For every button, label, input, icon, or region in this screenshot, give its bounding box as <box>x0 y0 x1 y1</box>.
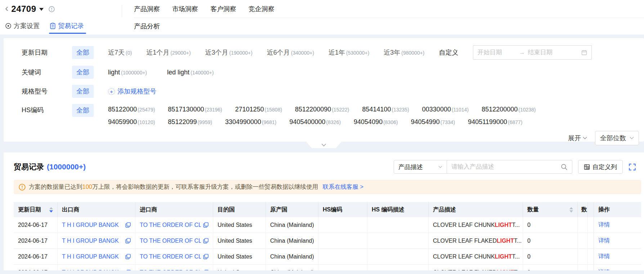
copy-icon[interactable] <box>203 238 209 243</box>
copy-icon[interactable] <box>203 222 209 228</box>
importer-link[interactable]: TO THE ORDER OF CL <box>140 222 201 228</box>
detail-link[interactable]: 详情 <box>598 237 610 245</box>
hs-code-option[interactable]: 00330000(11014) <box>422 106 469 113</box>
detail-link[interactable]: 详情 <box>598 269 610 270</box>
column-header[interactable]: HS 编码描述 <box>367 202 429 217</box>
hs-code-option[interactable]: 94051199000(6877) <box>468 118 522 126</box>
date-range-picker[interactable]: → <box>473 45 592 60</box>
start-date-input[interactable] <box>478 49 516 56</box>
exporter-link[interactable]: T H I GROUP BANGK <box>62 238 119 244</box>
info-icon[interactable] <box>49 6 55 12</box>
table-row: 2024-06-17 T H I GROUP BANGK TO THE ORDE… <box>14 233 641 249</box>
search-input[interactable] <box>451 163 561 170</box>
filter-all-chip[interactable]: 全部 <box>72 85 94 98</box>
exporter-link[interactable]: T H I GROUP BANGK <box>62 269 119 271</box>
hs-code-option[interactable]: 85122099(9959) <box>168 118 212 126</box>
nav-item[interactable]: 产品洞察 <box>134 5 160 13</box>
cell-origin: China (Mainland) <box>266 217 318 233</box>
search-field-select[interactable]: 产品描述 <box>394 160 447 174</box>
expand-toggle[interactable]: 展开 <box>568 134 587 142</box>
custom-columns-button[interactable]: 自定义列 <box>578 160 623 174</box>
cell-product-desc: CLOVER LEAF CHUNK LIGHT T... <box>429 249 523 264</box>
cell-hs-desc <box>367 249 429 264</box>
date-option[interactable]: 近7天(0) <box>108 48 132 57</box>
filter-all-chip[interactable]: 全部 <box>72 66 94 79</box>
filter-row-date: 更新日期 全部 近7天(0) 近1个月(29000+) 近3个月(190000+… <box>22 45 638 60</box>
plan-dropdown-caret-icon[interactable] <box>39 8 44 13</box>
copy-icon[interactable] <box>125 238 131 243</box>
chevron-down-icon <box>321 143 326 147</box>
sort-icon[interactable] <box>49 205 53 214</box>
importer-link[interactable]: TO THE ORDER OF CL <box>140 254 201 260</box>
search-icon[interactable] <box>561 164 568 170</box>
column-header[interactable]: HS编码 <box>318 202 367 217</box>
column-header[interactable]: 出口商 <box>58 202 135 217</box>
cell-destination: United States <box>213 249 266 264</box>
cell-hs-desc <box>367 217 429 233</box>
warning-icon <box>19 184 26 191</box>
column-header[interactable]: 原产国 <box>266 202 318 217</box>
back-icon[interactable]: ‹ <box>5 3 8 13</box>
column-header[interactable]: 数量 <box>523 202 578 217</box>
copy-icon[interactable] <box>125 254 131 259</box>
nav-item[interactable]: 市场洞察 <box>172 5 198 13</box>
importer-link[interactable]: TO THE ORDER OF CL <box>140 269 201 271</box>
keyword-option[interactable]: light(1000000+) <box>108 69 147 76</box>
importer-link[interactable]: TO THE ORDER OF CL <box>140 238 201 244</box>
detail-link[interactable]: 详情 <box>598 253 610 260</box>
fullscreen-icon[interactable] <box>629 163 636 171</box>
exporter-link[interactable]: T H I GROUP BANGK <box>62 222 119 228</box>
filter-all-chip[interactable]: 全部 <box>72 104 94 117</box>
date-option[interactable]: 近1年(530000+) <box>328 48 369 57</box>
collapse-filters-tab[interactable] <box>306 142 341 148</box>
nav-item[interactable]: 客户洞察 <box>210 5 236 13</box>
exporter-link[interactable]: T H I GROUP BANGK <box>62 254 119 260</box>
column-header[interactable]: 产品描述 <box>429 202 523 217</box>
date-option[interactable]: 近3年(980000+) <box>384 48 424 57</box>
filter-all-chip[interactable]: 全部 <box>72 46 94 59</box>
hs-code-option[interactable]: 3304990000(9681) <box>225 118 277 126</box>
hs-code-option[interactable]: 85122000(25479) <box>108 106 155 113</box>
plan-id[interactable]: 24709 <box>11 4 36 14</box>
hs-digits-select[interactable]: 全部位数 <box>595 131 639 145</box>
custom-date-label[interactable]: 自定义 <box>439 48 459 57</box>
cell-extra <box>578 233 588 248</box>
date-option[interactable]: 近6个月(340000+) <box>267 48 314 57</box>
hs-code-option[interactable]: 9405400000(8326) <box>290 118 341 126</box>
hs-code-option[interactable]: 8512200090(15222) <box>295 106 349 113</box>
column-header[interactable]: 操作 <box>594 202 635 217</box>
contact-support-link[interactable]: 联系在线客服 > <box>323 183 363 191</box>
copy-icon[interactable] <box>125 222 131 228</box>
calendar-icon <box>581 50 587 55</box>
date-option[interactable]: 近3个月(190000+) <box>205 48 252 57</box>
column-header[interactable]: 进口商 <box>135 202 213 217</box>
cell-hs-code <box>318 217 367 233</box>
subnav-product-analysis[interactable]: 产品分析 <box>134 22 160 31</box>
date-option[interactable]: 近1个月(29000+) <box>146 48 191 57</box>
cell-product-desc: CLOVER LEAF FLAKED LIGHT T... <box>429 233 523 248</box>
record-count[interactable]: (1000000+) <box>47 163 86 171</box>
add-spec-button[interactable]: + 添加规格型号 <box>108 87 156 96</box>
detail-link[interactable]: 详情 <box>598 221 610 229</box>
copy-icon[interactable] <box>125 270 131 270</box>
hs-code-option[interactable]: 85414100(13235) <box>362 106 409 113</box>
sort-icon[interactable] <box>569 205 573 214</box>
column-header[interactable]: 更新日期 <box>14 202 58 217</box>
hs-code-option[interactable]: 94059900(10120) <box>108 118 155 126</box>
top-header: ‹ 24709 方案设置 贸易记录 <box>0 0 644 35</box>
end-date-input[interactable] <box>528 49 567 56</box>
tab-trade-records[interactable]: 贸易记录 <box>50 18 84 34</box>
copy-icon[interactable] <box>203 270 209 270</box>
hs-code-option[interactable]: 94054090(8306) <box>354 118 398 126</box>
column-header[interactable]: 目的国 <box>213 202 266 217</box>
copy-icon[interactable] <box>203 254 209 259</box>
hs-code-option[interactable]: 27101250(15808) <box>235 106 282 113</box>
nav-item[interactable]: 竞企洞察 <box>249 5 274 13</box>
keyword-option[interactable]: led light(140000+) <box>167 69 214 76</box>
hs-code-option[interactable]: 8517130000(23196) <box>168 106 222 113</box>
cell-quantity: 0 <box>523 233 578 248</box>
tab-plan-settings[interactable]: 方案设置 <box>5 18 40 34</box>
hs-code-option[interactable]: 8512200000(10238) <box>482 106 536 113</box>
column-header[interactable]: 数 <box>578 202 588 217</box>
hs-code-option[interactable]: 94054990(7334) <box>411 118 455 126</box>
